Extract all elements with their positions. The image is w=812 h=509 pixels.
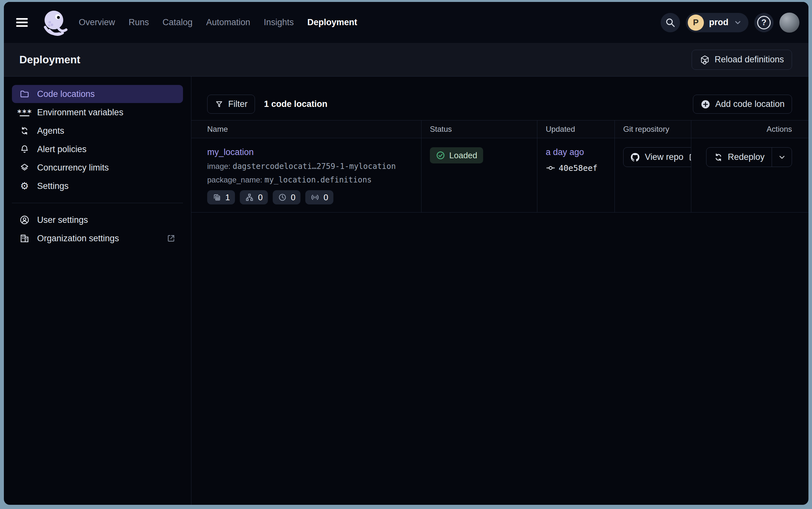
commit-row: 40e58eef: [546, 163, 615, 173]
column-header-updated: Updated: [537, 121, 615, 138]
sidebar-item-label: Alert policies: [37, 144, 86, 155]
schedules-count-badge[interactable]: 0: [273, 190, 300, 204]
schedules-count: 0: [291, 193, 295, 203]
top-nav: Overview Runs Catalog Automation Insight…: [4, 2, 808, 43]
chevron-down-icon: [734, 19, 742, 27]
github-icon: [630, 152, 640, 163]
filter-icon: [215, 100, 224, 109]
search-button[interactable]: [661, 13, 680, 32]
sidebar-divider: [12, 203, 183, 203]
add-code-location-button[interactable]: Add code location: [693, 95, 792, 114]
nav-overview[interactable]: Overview: [79, 18, 115, 28]
jobs-count: 0: [258, 193, 262, 203]
sidebar-item-label: Agents: [37, 126, 64, 136]
dagster-logo-icon[interactable]: [39, 7, 70, 38]
nav-automation[interactable]: Automation: [206, 18, 251, 28]
sensor-icon: [310, 193, 320, 202]
sidebar-item-label: Settings: [37, 181, 69, 191]
column-header-actions: Actions: [691, 121, 808, 138]
redeploy-split-button: Redeploy: [706, 147, 792, 167]
nav-runs[interactable]: Runs: [129, 18, 149, 28]
filter-button[interactable]: Filter: [207, 95, 255, 114]
status-cell: Loaded: [421, 138, 537, 212]
filter-label: Filter: [228, 99, 248, 109]
page-header: Deployment Reload definitions: [4, 43, 808, 76]
sidebar-item-concurrency-limits[interactable]: Concurrency limits: [12, 159, 183, 177]
building-icon: [19, 233, 30, 243]
column-header-git-repository: Git repository: [615, 121, 691, 138]
sidebar-item-label: Environment variables: [37, 107, 123, 117]
agents-refresh-icon: [19, 126, 30, 136]
sensors-count-badge[interactable]: 0: [305, 190, 333, 204]
top-nav-right: P prod ?: [661, 12, 800, 33]
deployment-sidebar: Code locations *** Environment variables…: [4, 76, 191, 505]
updated-cell: a day ago 40e58eef: [537, 138, 615, 212]
assets-count-badge[interactable]: 1: [207, 190, 235, 204]
reload-definitions-label: Reload definitions: [714, 55, 784, 65]
sidebar-item-label: Code locations: [37, 89, 95, 99]
actions-cell: Redeploy: [691, 138, 808, 212]
image-meta: image: dagstercodelocati…2759-1-mylocati…: [207, 162, 421, 171]
content-area: Code locations *** Environment variables…: [4, 76, 808, 505]
app-window: Overview Runs Catalog Automation Insight…: [4, 2, 808, 505]
updated-time-link[interactable]: a day ago: [546, 147, 584, 157]
nav-insights[interactable]: Insights: [264, 18, 294, 28]
sidebar-item-agents[interactable]: Agents: [12, 122, 183, 140]
primary-nav: Overview Runs Catalog Automation Insight…: [79, 18, 357, 28]
redeploy-button[interactable]: Redeploy: [706, 147, 772, 167]
external-link-icon: [166, 234, 176, 243]
name-cell: my_location image: dagstercodelocati…275…: [191, 138, 421, 212]
chevron-down-icon: [778, 153, 786, 162]
view-repo-button[interactable]: View repo: [623, 147, 691, 167]
commit-icon: [546, 163, 555, 173]
commit-hash[interactable]: 40e58eef: [559, 163, 597, 173]
redeploy-dropdown-button[interactable]: [772, 147, 792, 167]
sidebar-item-settings[interactable]: ⚙ Settings: [12, 177, 183, 195]
help-button[interactable]: ?: [754, 13, 774, 32]
help-icon: ?: [757, 16, 771, 29]
external-link-icon: [688, 152, 691, 162]
page-title: Deployment: [20, 54, 80, 66]
user-avatar[interactable]: [779, 12, 800, 33]
assets-icon: [212, 193, 221, 202]
check-circle-icon: [436, 150, 445, 160]
reload-definitions-button[interactable]: Reload definitions: [692, 50, 792, 70]
deployment-switcher[interactable]: P prod: [686, 13, 748, 32]
column-header-status: Status: [421, 121, 537, 138]
bell-icon: [19, 144, 30, 154]
image-value: dagstercodelocati…2759-1-mylocation: [233, 162, 396, 171]
reload-definitions-icon: [700, 55, 710, 65]
status-label: Loaded: [449, 150, 477, 161]
sidebar-item-environment-variables[interactable]: *** Environment variables: [12, 103, 183, 122]
main-panel: Filter 1 code location Add code location: [191, 76, 808, 505]
package-label: package_name:: [207, 175, 262, 184]
layers-icon: [19, 163, 30, 172]
status-badge: Loaded: [430, 147, 483, 163]
sidebar-item-code-locations[interactable]: Code locations: [12, 85, 183, 103]
plus-circle-icon: [700, 99, 711, 109]
image-label: image:: [207, 162, 230, 171]
folder-icon: [19, 89, 30, 99]
deployment-name: prod: [709, 18, 729, 28]
view-repo-label: View repo: [645, 152, 684, 162]
sidebar-item-alert-policies[interactable]: Alert policies: [12, 140, 183, 158]
code-location-link[interactable]: my_location: [207, 147, 254, 157]
nav-deployment[interactable]: Deployment: [307, 18, 357, 28]
jobs-count-badge[interactable]: 0: [240, 190, 267, 204]
sidebar-item-user-settings[interactable]: User settings: [12, 211, 183, 229]
table-header: Name Status Updated Git repository Actio…: [191, 120, 808, 138]
table-row: my_location image: dagstercodelocati…275…: [191, 138, 808, 212]
assets-count: 1: [225, 193, 230, 203]
sidebar-item-organization-settings[interactable]: Organization settings: [12, 229, 183, 247]
definition-counts: 1 0: [207, 190, 421, 204]
nav-catalog[interactable]: Catalog: [163, 18, 193, 28]
deployment-avatar: P: [688, 14, 704, 31]
search-icon: [665, 18, 675, 28]
gear-icon: ⚙: [19, 181, 30, 191]
redeploy-label: Redeploy: [728, 152, 765, 162]
git-repository-cell: View repo: [615, 138, 691, 212]
package-meta: package_name: my_location.definitions: [207, 175, 421, 184]
sidebar-item-label: Organization settings: [37, 234, 119, 243]
hamburger-menu-icon[interactable]: [16, 13, 34, 32]
sensors-count: 0: [323, 193, 328, 203]
